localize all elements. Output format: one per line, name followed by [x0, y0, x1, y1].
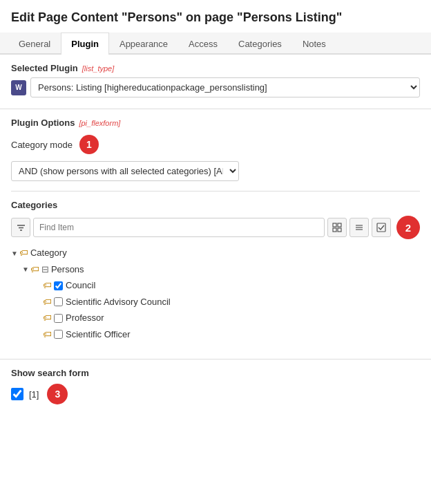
tree-item-sci-advisory: 🏷 Scientific Advisory Council [33, 294, 420, 310]
tree-item-root: ▼ 🏷 Category [11, 245, 420, 261]
tree-label-sci-officer: Scientific Officer [66, 328, 131, 342]
search-form-row: [1] 3 [11, 384, 420, 404]
find-item-input[interactable] [33, 218, 325, 237]
plugin-options-label: Plugin Options[pi_flexform] [11, 118, 420, 128]
filter-icon [17, 223, 26, 232]
tree-item-council: 🏷 Council [33, 277, 420, 294]
tree-label-root: Category [30, 246, 67, 260]
tree-arrow-root[interactable]: ▼ [11, 248, 18, 259]
tree-checkbox-sci-advisory[interactable] [54, 297, 63, 306]
divider-2 [11, 191, 420, 192]
tab-general[interactable]: General [8, 32, 61, 55]
step-1-circle: 1 [79, 135, 99, 154]
selected-plugin-label: Selected Plugin[list_type] [11, 63, 420, 73]
category-mode-row: Category mode 1 [11, 135, 420, 154]
svg-rect-3 [333, 223, 336, 227]
search-row: 2 [11, 216, 420, 239]
tree-tag-icon-council: 🏷 [43, 279, 52, 292]
tree-item-persons: ▼ 🏷 ⊟ Persons [22, 261, 420, 278]
category-tree: ▼ 🏷 Category ▼ 🏷 ⊟ Persons 🏷 Council [11, 245, 420, 342]
tree-checkbox-sci-officer[interactable] [54, 330, 63, 339]
categories-label: Categories [11, 200, 420, 210]
plugin-icon: W [11, 80, 26, 95]
plugin-select[interactable]: Persons: Listing [highereducationpackage… [30, 77, 420, 97]
collapse-all-icon [354, 223, 364, 232]
plugin-select-row: W Persons: Listing [highereducationpacka… [11, 77, 420, 97]
check-all-button[interactable] [372, 218, 391, 237]
svg-rect-6 [338, 228, 341, 232]
page-title: Edit Page Content "Persons" on page "Per… [0, 0, 431, 32]
tree-checkbox-council[interactable] [54, 281, 63, 290]
tree-checkbox-professor[interactable] [54, 314, 63, 323]
tree-label-persons: Persons [51, 263, 84, 277]
show-search-form-value: [1] [29, 389, 39, 400]
expand-all-icon [332, 223, 342, 232]
svg-rect-4 [338, 223, 341, 227]
check-all-icon [376, 223, 386, 232]
tree-arrow-persons[interactable]: ▼ [22, 264, 29, 274]
svg-rect-5 [333, 228, 336, 232]
show-search-form-section: Show search form [1] 3 [0, 360, 431, 413]
selected-plugin-section: Selected Plugin[list_type] W Persons: Li… [0, 55, 431, 109]
tab-categories[interactable]: Categories [228, 32, 292, 55]
expand-all-button[interactable] [327, 218, 347, 237]
tab-access[interactable]: Access [178, 32, 228, 55]
tab-appearance[interactable]: Appearance [109, 32, 178, 55]
show-search-form-label: Show search form [11, 368, 420, 378]
step-2-circle: 2 [396, 216, 420, 239]
category-mode-select[interactable]: AND (show persons with all selected cate… [11, 161, 239, 181]
tab-plugin[interactable]: Plugin [61, 32, 109, 55]
tree-tag-icon-persons: 🏷 [30, 263, 39, 277]
plugin-options-section: Plugin Options[pi_flexform] Category mod… [0, 109, 431, 351]
tree-label-council: Council [66, 279, 95, 292]
categories-section: Categories [11, 200, 420, 342]
tab-notes[interactable]: Notes [292, 32, 336, 55]
tree-label-sci-advisory: Scientific Advisory Council [66, 295, 171, 309]
tree-tag-icon-root: 🏷 [19, 246, 28, 260]
tree-label-professor: Professor [66, 311, 104, 325]
tab-bar: General Plugin Appearance Access Categor… [0, 32, 431, 55]
tree-folder-icon-persons: ⊟ [41, 263, 49, 277]
collapse-all-button[interactable] [349, 218, 369, 237]
tree-item-sci-officer: 🏷 Scientific Officer [33, 326, 420, 343]
tree-tag-icon-sci-officer: 🏷 [43, 328, 52, 342]
show-search-form-checkbox[interactable] [11, 388, 23, 400]
tree-tag-icon-sci-advisory: 🏷 [43, 295, 52, 309]
tree-tag-icon-professor: 🏷 [43, 311, 52, 325]
svg-rect-10 [377, 223, 385, 232]
tree-item-professor: 🏷 Professor [33, 310, 420, 326]
category-mode-label: Category mode [11, 140, 73, 150]
filter-button[interactable] [11, 218, 30, 237]
step-3-circle: 3 [47, 384, 68, 404]
